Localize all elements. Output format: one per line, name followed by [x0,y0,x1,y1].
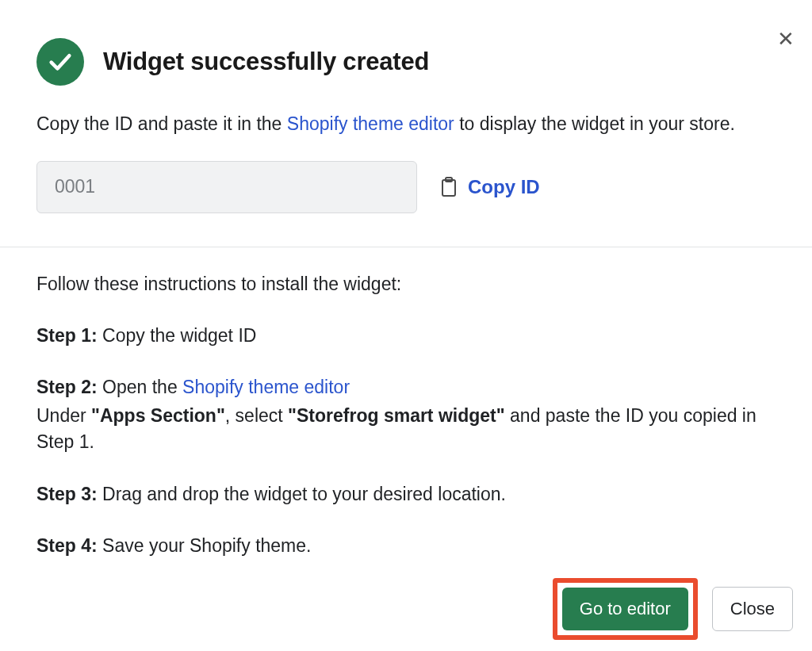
go-to-editor-highlight: Go to editor [553,578,698,640]
step-2-apps-section: "Apps Section" [91,405,225,426]
step-2-under: Under [36,405,91,426]
step-4-text: Save your Shopify theme. [98,535,312,556]
close-icon[interactable]: ✕ [777,29,795,49]
step-2-shopify-link[interactable]: Shopify theme editor [182,377,350,397]
step-1-text: Copy the widget ID [98,325,257,346]
close-button[interactable]: Close [712,587,793,631]
step-2-storefrog: "Storefrog smart widget" [288,405,505,426]
widget-id-input[interactable] [36,161,417,213]
clipboard-icon [439,176,458,198]
step-2-label: Step 2: [36,377,98,397]
step-3-text: Drag and drop the widget to your desired… [98,484,506,504]
step-1: Step 1: Copy the widget ID [36,323,776,349]
modal-title: Widget successfully created [103,48,429,76]
step-2: Step 2: Open the Shopify theme editor Un… [36,374,776,455]
modal-header: Widget successfully created [36,38,776,86]
instructions-block: Follow these instructions to install the… [36,247,776,559]
step-4: Step 4: Save your Shopify theme. [36,533,776,559]
step-1-label: Step 1: [36,325,98,346]
modal-footer: Go to editor Close [553,578,793,640]
modal-lead-text: Copy the ID and paste it in the Shopify … [36,109,776,139]
lead-before: Copy the ID and paste it in the [36,113,287,134]
step-4-label: Step 4: [36,535,98,556]
success-check-icon [36,38,84,86]
copy-id-label: Copy ID [468,176,540,198]
success-modal: ✕ Widget successfully created Copy the I… [0,0,812,559]
copy-id-button[interactable]: Copy ID [439,176,540,198]
shopify-theme-editor-link[interactable]: Shopify theme editor [287,113,454,134]
step-2-before-link: Open the [98,377,182,397]
go-to-editor-button[interactable]: Go to editor [562,588,688,630]
step-3-label: Step 3: [36,484,98,504]
instructions-intro: Follow these instructions to install the… [36,271,776,297]
widget-id-row: Copy ID [36,161,776,213]
step-2-mid: , select [225,405,288,426]
lead-after: to display the widget in your store. [454,113,735,134]
step-3: Step 3: Drag and drop the widget to your… [36,481,776,507]
